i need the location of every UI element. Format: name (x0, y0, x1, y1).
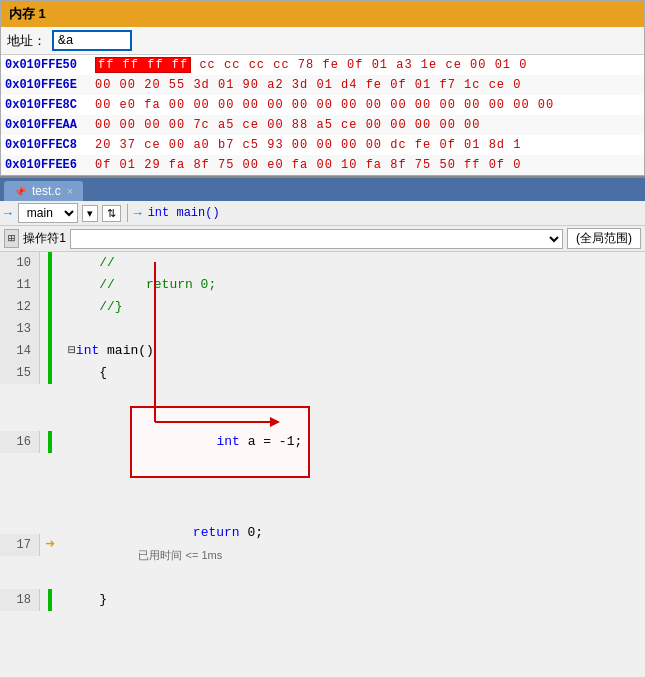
scope-range: (全局范围) (567, 228, 641, 249)
code-line-11: 11 // return 0; (0, 274, 645, 296)
tab-bar: 📌 test.c × (0, 176, 645, 201)
dropdown-btn[interactable]: ▾ (82, 205, 98, 222)
memory-address-bar: 地址： (1, 27, 644, 55)
mem-bytes: 00 00 00 00 7c a5 ce 00 88 a5 ce 00 00 0… (95, 116, 640, 134)
line-num: 17 (0, 534, 40, 556)
code-line-17: 17 ➜ return 0; 已用时间 <= 1ms (0, 500, 645, 589)
green-bar (48, 252, 52, 274)
line-content: } (60, 589, 645, 611)
mem-bytes: 00 00 20 55 3d 01 90 a2 3d 01 d4 fe 0f 0… (95, 76, 640, 94)
mem-bytes: 20 37 ce 00 a0 b7 c5 93 00 00 00 00 dc f… (95, 136, 640, 154)
mem-rest: cc cc cc cc 78 fe 0f 01 a3 1e ce 00 01 0 (191, 58, 527, 72)
tab-filename: test.c (32, 184, 61, 198)
memory-row: 0x010FFEAA 00 00 00 00 7c a5 ce 00 88 a5… (1, 115, 644, 135)
code-line-15: 15 { (0, 362, 645, 384)
toolbar-separator (127, 204, 128, 222)
toolbar-arrow-icon: → (4, 206, 12, 221)
toolbar-row-2: ⊞ 操作符1 (全局范围) (0, 226, 645, 252)
line-marker (40, 274, 60, 296)
line-marker (40, 296, 60, 318)
line-content: { (60, 362, 645, 384)
line-num: 15 (0, 362, 40, 384)
memory-row: 0x010FFEE6 0f 01 29 fa 8f 75 00 e0 fa 00… (1, 155, 644, 175)
mem-addr: 0x010FFEC8 (5, 136, 95, 154)
address-input[interactable] (52, 30, 132, 51)
line-num: 11 (0, 274, 40, 296)
main-layout: 内存 1 地址： 0x010FFE50 ff ff ff ff cc cc cc… (0, 0, 645, 677)
memory-title-bar: 内存 1 (1, 1, 644, 27)
highlighted-bytes: ff ff ff ff (95, 57, 191, 73)
scope-icon: ⊞ (4, 229, 19, 248)
mem-addr: 0x010FFE6E (5, 76, 95, 94)
line-num: 14 (0, 340, 40, 362)
code-line-14: 14 ⊟int main() (0, 340, 645, 362)
code-line-16: 16 int a = -1; (0, 384, 645, 500)
toolbar-row-1: → main ▾ ⇅ → int main() (0, 201, 645, 226)
code-line-10: 10 // (0, 252, 645, 274)
line-content: return 0; 已用时间 <= 1ms (60, 500, 645, 589)
line-marker (40, 318, 60, 340)
code-line-13: 13 (0, 318, 645, 340)
line-marker (40, 431, 60, 453)
line-marker (40, 589, 60, 611)
mem-addr: 0x010FFE8C (5, 96, 95, 114)
mem-addr: 0x010FFEE6 (5, 156, 95, 174)
scope-label: 操作符1 (23, 230, 66, 247)
memory-title: 内存 1 (9, 6, 46, 21)
memory-row: 0x010FFE8C 00 e0 fa 00 00 00 00 00 00 00… (1, 95, 644, 115)
mem-addr: 0x010FFEAA (5, 116, 95, 134)
code-line-18: 18 } (0, 589, 645, 611)
line-marker: ➜ (40, 534, 60, 556)
line-content: int a = -1; (60, 384, 645, 500)
memory-row: 0x010FFE6E 00 00 20 55 3d 01 90 a2 3d 01… (1, 75, 644, 95)
line-num: 13 (0, 318, 40, 340)
mem-addr: 0x010FFE50 (5, 56, 95, 74)
line-marker (40, 340, 60, 362)
updown-btn[interactable]: ⇅ (102, 205, 121, 222)
green-bar (48, 431, 52, 453)
line-marker (40, 362, 60, 384)
green-bar (48, 274, 52, 296)
green-bar (48, 296, 52, 318)
code-area: 10 // 11 // return 0; 12 //} 13 14 (0, 252, 645, 677)
line-num: 12 (0, 296, 40, 318)
memory-window: 内存 1 地址： 0x010FFE50 ff ff ff ff cc cc cc… (0, 0, 645, 176)
memory-content: 0x010FFE50 ff ff ff ff cc cc cc cc 78 fe… (1, 55, 644, 175)
line-num: 10 (0, 252, 40, 274)
func-arrow-icon: → (134, 206, 142, 221)
func-signature: int main() (148, 206, 220, 220)
code-line-12: 12 //} (0, 296, 645, 318)
green-bar (48, 340, 52, 362)
green-bar (48, 362, 52, 384)
address-label: 地址： (7, 32, 46, 50)
line-num: 16 (0, 431, 40, 453)
line-marker (40, 252, 60, 274)
memory-row: 0x010FFEC8 20 37 ce 00 a0 b7 c5 93 00 00… (1, 135, 644, 155)
tab-testc[interactable]: 📌 test.c × (4, 181, 83, 201)
time-label: 已用时间 <= 1ms (138, 549, 222, 561)
green-bar (48, 318, 52, 340)
mem-bytes: ff ff ff ff cc cc cc cc 78 fe 0f 01 a3 1… (95, 56, 640, 74)
line-content: // return 0; (60, 274, 645, 296)
mem-bytes: 00 e0 fa 00 00 00 00 00 00 00 00 00 00 0… (95, 96, 640, 114)
line-content: ⊟int main() (60, 340, 645, 362)
function-select[interactable]: main (18, 203, 78, 223)
scope-select[interactable] (70, 229, 563, 249)
tab-close-button[interactable]: × (67, 185, 73, 197)
green-bar (48, 589, 52, 611)
memory-row: 0x010FFE50 ff ff ff ff cc cc cc cc 78 fe… (1, 55, 644, 75)
mem-bytes: 0f 01 29 fa 8f 75 00 e0 fa 00 10 fa 8f 7… (95, 156, 640, 174)
line-content: // (60, 252, 645, 274)
line-num: 18 (0, 589, 40, 611)
line-content: //} (60, 296, 645, 318)
tab-pin-icon: 📌 (14, 186, 26, 197)
